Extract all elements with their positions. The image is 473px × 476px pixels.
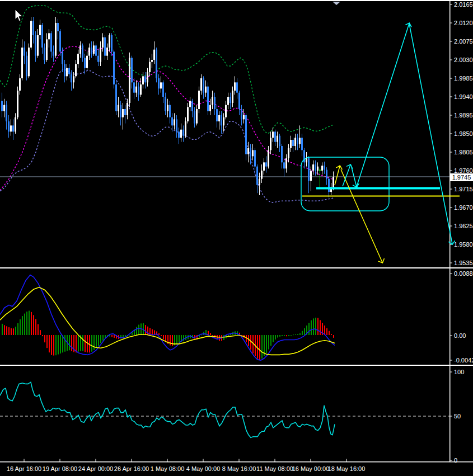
time-axis-label: 19 Apr 08:00 bbox=[43, 465, 77, 472]
macd-histogram-bar bbox=[102, 335, 104, 341]
candle-body bbox=[297, 138, 298, 144]
macd-histogram-bar bbox=[158, 333, 160, 335]
candle-body bbox=[200, 78, 202, 91]
candle-body bbox=[109, 35, 110, 48]
macd-histogram-bar bbox=[111, 335, 113, 337]
candle-body bbox=[270, 138, 271, 150]
candle-body bbox=[120, 105, 121, 117]
rsi-axis-label: 50 bbox=[454, 413, 461, 420]
candle-body bbox=[310, 171, 312, 181]
candle-body bbox=[73, 76, 74, 82]
candle-body bbox=[301, 138, 303, 150]
candle-body bbox=[151, 60, 153, 62]
candle-body bbox=[216, 109, 218, 121]
candle-body bbox=[218, 115, 220, 121]
candle-body bbox=[53, 51, 54, 55]
macd-histogram-bar bbox=[266, 335, 267, 353]
candle-body bbox=[285, 158, 287, 168]
candle-body bbox=[324, 166, 325, 169]
candle-body bbox=[263, 162, 265, 171]
candle-body bbox=[68, 68, 70, 74]
candle-body bbox=[169, 105, 171, 117]
macd-histogram-bar bbox=[147, 327, 148, 335]
yellow-projection-arrow[interactable] bbox=[335, 166, 340, 185]
candle-body bbox=[140, 84, 142, 95]
candle-body bbox=[236, 82, 238, 92]
candle-body bbox=[292, 140, 294, 146]
candle-body bbox=[167, 105, 168, 111]
macd-histogram-bar bbox=[297, 334, 298, 335]
time-axis-label: 16 May 00:00 bbox=[292, 465, 330, 472]
candle-body bbox=[30, 21, 32, 48]
time-axis-label: 11 May 08:00 bbox=[256, 465, 293, 472]
mt4-chart-window: { "price_axis": { "current_price": "1.97… bbox=[0, 0, 473, 476]
candlesticks bbox=[1, 17, 334, 197]
time-axis-label: 18 May 16:00 bbox=[328, 465, 366, 472]
macd-axis-label: -0.00421 bbox=[454, 357, 473, 364]
candle-body bbox=[17, 91, 18, 117]
macd-histogram-bar bbox=[273, 335, 274, 342]
chart-canvas[interactable]: 2.01652.01202.00752.00301.99851.99401.98… bbox=[0, 0, 473, 476]
rsi-indicator bbox=[0, 382, 449, 437]
candle-body bbox=[12, 125, 14, 131]
candle-body bbox=[306, 158, 307, 162]
candle-body bbox=[122, 109, 124, 117]
price-axis-label: 2.0120 bbox=[454, 20, 473, 26]
macd-histogram-bar bbox=[246, 335, 247, 342]
candle-body bbox=[46, 39, 48, 60]
price-axis-label: 1.9580 bbox=[454, 241, 473, 248]
macd-histogram-bar bbox=[71, 335, 72, 351]
macd-histogram-bar bbox=[22, 316, 23, 335]
candle-body bbox=[19, 78, 21, 91]
candle-body bbox=[308, 158, 310, 181]
candle-body bbox=[182, 130, 184, 136]
candle-body bbox=[26, 56, 27, 77]
candle-body bbox=[153, 50, 155, 60]
candle-body bbox=[77, 54, 79, 64]
macd-histogram-bar bbox=[293, 334, 294, 335]
candle-body bbox=[288, 148, 289, 158]
time-axis-label: 8 May 16:00 bbox=[222, 465, 256, 472]
candle-body bbox=[256, 167, 258, 185]
cyan-projection-arrow[interactable] bbox=[357, 23, 409, 187]
macd-histogram-bar bbox=[46, 335, 48, 348]
drawn-objects[interactable] bbox=[301, 23, 460, 262]
panel-separator bbox=[0, 267, 473, 268]
candle-body bbox=[187, 107, 189, 121]
time-axis-label: 4 May 00:00 bbox=[186, 465, 221, 472]
price-axis-label: 1.9895 bbox=[454, 112, 473, 119]
macd-histogram-bar bbox=[152, 329, 153, 335]
candle-body bbox=[185, 121, 186, 136]
macd-histogram-bar bbox=[275, 335, 276, 340]
yellow-projection-arrow[interactable] bbox=[341, 169, 382, 262]
macd-histogram-bar bbox=[250, 335, 251, 350]
macd-histogram-bar bbox=[295, 334, 296, 335]
macd-histogram-bar bbox=[333, 335, 334, 338]
macd-histogram-bar bbox=[145, 325, 146, 335]
candle-body bbox=[24, 48, 25, 56]
macd-histogram-bar bbox=[60, 335, 61, 354]
macd-histogram-bar bbox=[40, 330, 41, 335]
macd-histogram-bar bbox=[58, 335, 59, 355]
macd-axis-label: 0.00 bbox=[454, 332, 466, 339]
cyan-projection-arrow[interactable] bbox=[409, 23, 452, 244]
macd-histogram-bar bbox=[257, 335, 258, 359]
rsi-axis-label: 100 bbox=[454, 369, 464, 375]
candle-body bbox=[189, 101, 191, 107]
macd-histogram-bar bbox=[31, 312, 32, 335]
candle-body bbox=[3, 105, 5, 111]
macd-histogram-bar bbox=[8, 327, 10, 335]
macd-histogram-bar bbox=[179, 335, 180, 343]
macd-histogram-bar bbox=[304, 328, 305, 335]
candle-body bbox=[227, 97, 229, 105]
candle-body bbox=[312, 164, 314, 171]
candle-body bbox=[180, 130, 182, 138]
candle-body bbox=[279, 136, 280, 146]
macd-histogram-bar bbox=[85, 335, 86, 352]
consolidation-box[interactable] bbox=[301, 157, 389, 211]
window-top-border bbox=[0, 0, 473, 1]
mouse-cursor-icon bbox=[15, 10, 22, 21]
candle-body bbox=[250, 148, 251, 157]
macd-histogram-bar bbox=[64, 335, 65, 352]
candle-body bbox=[95, 45, 97, 55]
